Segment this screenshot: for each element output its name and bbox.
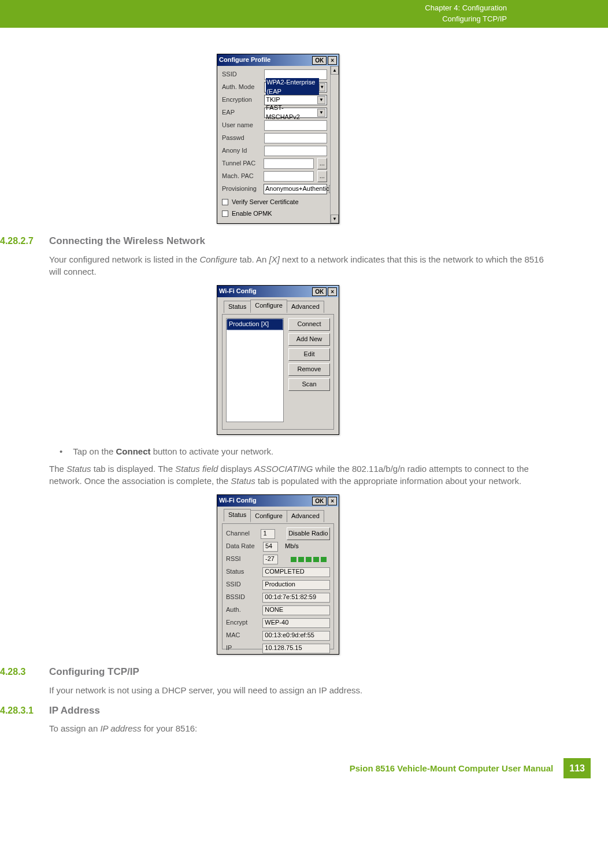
wifi-config-configure-dialog: Wi-Fi Config OK × Status Configure Advan…	[217, 285, 339, 435]
tunnel-pac-input[interactable]	[264, 158, 314, 169]
titlebar: Configure Profile OK ×	[217, 54, 339, 66]
passwd-label: Passwd	[222, 134, 261, 143]
verify-server-cert-checkbox[interactable]: Verify Server Certificate	[222, 198, 327, 207]
tab-status[interactable]: Status	[224, 509, 251, 522]
wifi-config-status-dialog: Wi-Fi Config OK × Status Configure Advan…	[217, 494, 339, 655]
disable-radio-button[interactable]: Disable Radio	[287, 527, 330, 540]
enable-opmk-checkbox[interactable]: Enable OPMK	[222, 209, 327, 219]
status-value: COMPLETED	[262, 567, 330, 577]
auth-label: Auth.	[226, 605, 259, 615]
close-button[interactable]: ×	[328, 56, 337, 65]
rssi-label: RSSI	[226, 555, 259, 564]
network-item[interactable]: Production [X]	[227, 319, 283, 330]
mach-pac-browse-button[interactable]: ...	[317, 171, 327, 182]
titlebar: Wi-Fi Config OK ×	[217, 286, 339, 297]
scroll-up-icon[interactable]: ▲	[331, 66, 339, 75]
encrypt-label: Encrypt	[226, 618, 259, 627]
data-rate-value: 54	[263, 542, 278, 552]
mach-pac-input[interactable]	[264, 171, 314, 182]
passwd-input[interactable]	[264, 133, 327, 143]
ok-button[interactable]: OK	[312, 287, 327, 296]
tab-status[interactable]: Status	[224, 301, 251, 313]
rssi-value: -27	[263, 555, 278, 564]
section-number: 4.28.3	[0, 665, 49, 678]
status-label: Status	[226, 567, 259, 577]
ip-value: 10.128.75.15	[262, 644, 330, 653]
ip-label: IP	[226, 644, 259, 653]
tab-row: Status Configure Advanced	[222, 509, 334, 521]
eap-label: EAP	[222, 108, 261, 117]
section-number: 4.28.3.1	[0, 704, 49, 717]
section-title: Connecting the Wireless Network	[49, 234, 205, 249]
remove-button[interactable]: Remove	[288, 363, 330, 376]
header-chapter: Chapter 4: Configuration	[425, 3, 507, 14]
bssid-value: 00:1d:7e:51:82:59	[262, 593, 330, 603]
tunnel-pac-label: Tunnel PAC	[222, 159, 260, 168]
connect-button[interactable]: Connect	[288, 318, 330, 331]
add-new-button[interactable]: Add New	[288, 333, 330, 346]
tab-configure[interactable]: Configure	[250, 300, 287, 312]
channel-label: Channel	[226, 529, 257, 538]
auth-mode-label: Auth. Mode	[222, 83, 261, 92]
chevron-down-icon: ▼	[317, 96, 325, 104]
data-rate-label: Data Rate	[226, 542, 259, 551]
section-title: Configuring TCP/IP	[49, 665, 139, 679]
chevron-down-icon: ▼	[317, 109, 325, 117]
close-button[interactable]: ×	[328, 497, 337, 505]
page-header: Chapter 4: Configuration Configuring TCP…	[0, 0, 608, 28]
bssid-label: BSSID	[226, 593, 259, 602]
chevron-down-icon: ▼	[319, 83, 326, 91]
close-button[interactable]: ×	[328, 287, 337, 296]
checkbox-icon	[222, 199, 228, 205]
encryption-label: Encryption	[222, 95, 261, 105]
anony-id-label: Anony Id	[222, 146, 261, 156]
ok-button[interactable]: OK	[312, 56, 327, 65]
mac-label: MAC	[226, 631, 259, 640]
tab-advanced[interactable]: Advanced	[287, 510, 324, 522]
body-paragraph: Your configured network is listed in the…	[49, 253, 556, 279]
body-paragraph: If your network is not using a DHCP serv…	[49, 684, 556, 697]
tab-row: Status Configure Advanced	[222, 300, 334, 312]
page-footer: Psion 8516 Vehicle-Mount Computer User M…	[0, 758, 608, 799]
scan-button[interactable]: Scan	[288, 378, 330, 391]
dialog-title: Configure Profile	[219, 56, 270, 65]
ssid-value: Production	[262, 580, 330, 590]
body-paragraph: To assign an IP address for your 8516:	[49, 722, 556, 735]
configure-profile-dialog: Configure Profile OK × SSID Auth. ModeWP…	[217, 54, 339, 224]
ssid-label: SSID	[226, 580, 259, 589]
section-title: IP Address	[49, 704, 100, 718]
mac-value: 00:13:e0:9d:ef:55	[262, 631, 330, 641]
edit-button[interactable]: Edit	[288, 348, 330, 361]
scroll-down-icon[interactable]: ▼	[331, 215, 339, 223]
mach-pac-label: Mach. PAC	[222, 172, 260, 181]
encrypt-value: WEP-40	[262, 618, 330, 628]
signal-strength-icon	[291, 557, 327, 562]
username-label: User name	[222, 121, 261, 130]
header-section: Configuring TCP/IP	[425, 14, 507, 25]
ok-button[interactable]: OK	[312, 497, 327, 505]
eap-select[interactable]: FAST-MSCHAPv2▼	[264, 108, 327, 118]
auth-mode-select[interactable]: WPA2-Enterprise (EAP▼	[264, 82, 327, 93]
section-number: 4.28.2.7	[0, 234, 49, 248]
provisioning-label: Provisioning	[222, 184, 260, 194]
channel-value: 1	[261, 529, 275, 539]
bullet-item: • Tap on the Connect button to activate …	[60, 445, 556, 458]
dialog-title: Wi-Fi Config	[219, 287, 257, 296]
tab-configure[interactable]: Configure	[250, 510, 287, 522]
auth-value: NONE	[262, 605, 330, 615]
data-rate-unit: Mb/s	[281, 542, 299, 551]
network-list[interactable]: Production [X]	[226, 318, 284, 422]
bullet-icon: •	[60, 445, 62, 458]
tunnel-pac-browse-button[interactable]: ...	[317, 158, 327, 169]
ssid-label: SSID	[222, 70, 261, 79]
body-paragraph: The Status tab is displayed. The Status …	[49, 463, 556, 488]
checkbox-icon	[222, 210, 228, 217]
username-input[interactable]	[264, 120, 327, 131]
manual-title: Psion 8516 Vehicle-Mount Computer User M…	[350, 762, 554, 775]
anony-id-input[interactable]	[264, 146, 327, 156]
tab-advanced[interactable]: Advanced	[287, 301, 324, 313]
provisioning-select[interactable]: Anonymous+Authentic▼	[264, 184, 327, 194]
page-number: 113	[563, 758, 591, 778]
titlebar: Wi-Fi Config OK ×	[217, 495, 339, 507]
scrollbar[interactable]: ▲ ▼	[330, 66, 339, 223]
